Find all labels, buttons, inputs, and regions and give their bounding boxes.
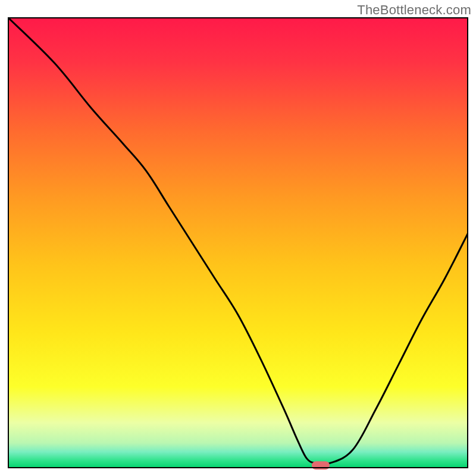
chart-background xyxy=(8,18,468,468)
watermark-label: TheBottleneck.com xyxy=(357,2,471,18)
bottleneck-chart: TheBottleneck.com xyxy=(0,0,476,476)
optimal-marker xyxy=(312,461,330,469)
chart-svg xyxy=(0,0,476,476)
